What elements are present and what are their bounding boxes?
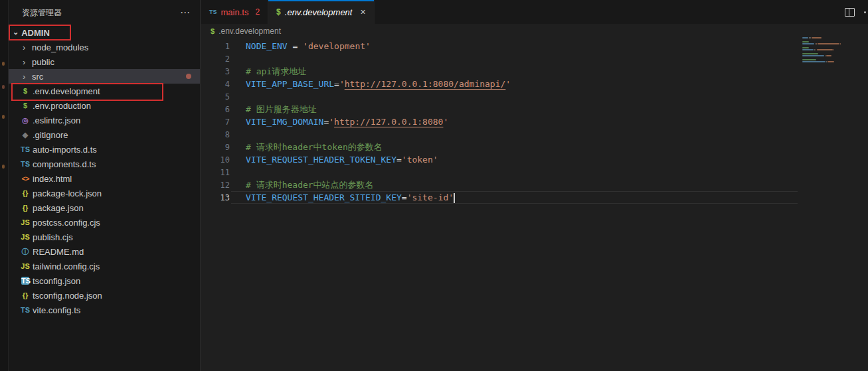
decoration <box>2 115 5 119</box>
code-area[interactable]: 1NODE_ENV = 'development'23# api请求地址4VIT… <box>201 40 802 204</box>
tree-item-label: public <box>32 57 54 67</box>
decoration <box>2 85 5 89</box>
line-number: 12 <box>201 181 230 190</box>
tree-item-postcss-config-cjs[interactable]: JSpostcss.config.cjs <box>9 215 200 230</box>
tree-item-label: auto-imports.d.ts <box>33 145 97 155</box>
code-line-5[interactable]: 5 <box>201 90 802 103</box>
js-file-icon: JS <box>20 233 31 241</box>
line-number: 7 <box>201 117 230 127</box>
env-file-icon: $ <box>20 87 31 95</box>
tree-item-label: tsconfig.json <box>33 276 80 286</box>
chevron-right-icon: › <box>23 57 32 67</box>
line-number: 4 <box>201 80 230 89</box>
code-line-11[interactable]: 11 <box>201 166 802 179</box>
code-line-13[interactable]: 13VITE_REQUEST_HEADER_SITEID_KEY='site-i… <box>201 191 802 204</box>
file-tree: ›node_modules›public›src$.env.developmen… <box>9 40 200 317</box>
more-actions-icon[interactable]: ⋯ <box>180 9 191 16</box>
tree-item--env-development[interactable]: $.env.development <box>9 84 200 98</box>
code-line-4[interactable]: 4VITE_APP_BASE_URL='http://127.0.0.1:808… <box>201 78 802 90</box>
tab-problem-badge: 2 <box>255 7 260 17</box>
explorer-header: 资源管理器 ⋯ <box>9 0 200 25</box>
line-number: 2 <box>201 54 230 64</box>
eslint-file-icon: ◎ <box>20 116 31 125</box>
chevron-right-icon: › <box>23 72 32 82</box>
code-line-3[interactable]: 3# api请求地址 <box>201 65 802 78</box>
ts-file-icon: TS <box>20 306 31 314</box>
js-file-icon: JS <box>20 262 31 270</box>
tree-item-vite-config-ts[interactable]: TSvite.config.ts <box>9 303 200 317</box>
ts-file-icon: TS <box>20 145 31 153</box>
tree-item-auto-imports-d-ts[interactable]: TSauto-imports.d.ts <box>9 142 200 157</box>
tab-label: .env.development <box>285 7 353 17</box>
tree-item-label: .gitignore <box>33 130 68 140</box>
tree-item-public[interactable]: ›public <box>9 54 200 69</box>
tree-item-tsconfig-node-json[interactable]: {}tsconfig.node.json <box>9 288 200 303</box>
tab--env-development[interactable]: $.env.development× <box>268 0 375 24</box>
tree-item-label: vite.config.ts <box>33 305 80 315</box>
line-number: 11 <box>201 168 230 177</box>
line-number: 9 <box>201 143 230 152</box>
tree-item-tsconfig-json[interactable]: TStsconfig.json <box>9 273 200 288</box>
code-line-7[interactable]: 7VITE_IMG_DOMAIN='http://127.0.0.1:8080' <box>201 115 802 128</box>
tree-item-components-d-ts[interactable]: TScomponents.d.ts <box>9 157 200 171</box>
decoration <box>2 165 5 169</box>
tree-item-label: src <box>32 72 43 82</box>
line-number: 10 <box>201 155 230 165</box>
env-file-icon: $ <box>276 7 281 17</box>
editor-actions <box>845 0 868 24</box>
tree-item-tailwind-config-cjs[interactable]: JStailwind.config.cjs <box>9 259 200 273</box>
split-editor-icon[interactable] <box>845 8 855 17</box>
line-number: 6 <box>201 105 230 114</box>
code-line-10[interactable]: 10VITE_REQUEST_HEADER_TOKEN_KEY='token' <box>201 153 802 166</box>
tab-main-ts[interactable]: TSmain.ts2 <box>201 0 268 24</box>
tree-item-label: package.json <box>33 203 84 213</box>
text-cursor <box>454 193 455 203</box>
js-file-icon: JS <box>20 218 31 226</box>
code-line-1[interactable]: 1NODE_ENV = 'development' <box>201 40 802 52</box>
json-file-icon: {} <box>20 204 31 212</box>
tree-item-package-lock-json[interactable]: {}package-lock.json <box>9 186 200 200</box>
code-line-12[interactable]: 12# 请求时header中站点的参数名 <box>201 179 802 191</box>
tree-item--eslintrc-json[interactable]: ◎.eslintrc.json <box>9 113 200 127</box>
close-icon[interactable]: × <box>360 7 365 17</box>
tab-label: main.ts <box>221 7 249 17</box>
modified-dot <box>186 74 191 79</box>
vscode-window: 资源管理器 ⋯ ⌄ ADMIN ›node_modules›public›src… <box>0 0 868 371</box>
line-number: 3 <box>201 67 230 76</box>
breadcrumb[interactable]: $ .env.development <box>201 24 281 38</box>
code-line-2[interactable]: 2 <box>201 52 802 65</box>
tree-item-label: .env.development <box>33 86 100 96</box>
tree-item-label: tailwind.config.cjs <box>33 261 100 271</box>
tree-item-publish-cjs[interactable]: JSpublish.cjs <box>9 230 200 244</box>
tree-item-label: index.html <box>33 174 72 184</box>
tree-item-index-html[interactable]: <>index.html <box>9 171 200 186</box>
line-number: 8 <box>201 130 230 139</box>
tree-item-label: .eslintrc.json <box>33 115 80 125</box>
tree-item-label: tsconfig.node.json <box>33 291 102 301</box>
env-file-icon: $ <box>211 27 215 35</box>
code-line-8[interactable]: 8 <box>201 128 802 141</box>
sidebar-section-admin[interactable]: ⌄ ADMIN <box>9 25 200 40</box>
json-file-icon: {} <box>20 291 31 299</box>
code-line-6[interactable]: 6# 图片服务器地址 <box>201 103 802 115</box>
tree-item-node-modules[interactable]: ›node_modules <box>9 40 200 54</box>
line-number: 5 <box>201 92 230 102</box>
chevron-right-icon: › <box>23 42 32 52</box>
line-number: 1 <box>201 42 230 51</box>
tree-item-src[interactable]: ›src <box>9 69 200 84</box>
minimap[interactable] <box>802 37 841 63</box>
tree-item--env-production[interactable]: $.env.production <box>9 98 200 113</box>
tree-item--gitignore[interactable]: ◆.gitignore <box>9 127 200 142</box>
decoration <box>2 62 5 66</box>
activity-bar[interactable] <box>0 0 9 371</box>
ts-file-icon: TS <box>209 9 217 15</box>
html-file-icon: <> <box>20 175 31 183</box>
chevron-down-icon: ⌄ <box>13 28 19 37</box>
info-file-icon: ⓘ <box>20 247 31 257</box>
code-line-9[interactable]: 9# 请求时header中token的参数名 <box>201 141 802 153</box>
tree-item-package-json[interactable]: {}package.json <box>9 200 200 215</box>
env-file-icon: $ <box>20 102 31 110</box>
more-actions-icon[interactable] <box>864 11 866 13</box>
tree-item-label: publish.cjs <box>33 232 73 242</box>
tree-item-readme-md[interactable]: ⓘREADME.md <box>9 244 200 259</box>
